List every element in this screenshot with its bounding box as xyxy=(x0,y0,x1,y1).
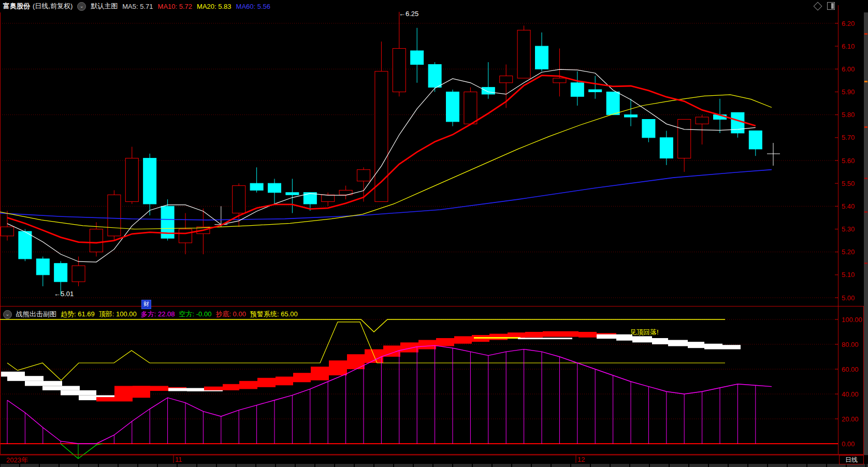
svg-text:20.00: 20.00 xyxy=(842,415,859,423)
svg-text:5.60: 5.60 xyxy=(842,157,855,165)
svg-text:5.20: 5.20 xyxy=(842,248,855,256)
svg-text:5.70: 5.70 xyxy=(842,134,855,141)
month-label-nov: 11 xyxy=(175,456,182,463)
svg-text:6.00: 6.00 xyxy=(842,65,855,73)
svg-text:5.50: 5.50 xyxy=(842,180,855,187)
svg-text:5.80: 5.80 xyxy=(842,111,855,119)
scroll-strip[interactable] xyxy=(1,464,868,467)
window-controls xyxy=(815,2,835,10)
svg-text:40.00: 40.00 xyxy=(842,390,859,398)
signal-annotation: 见顶回落! xyxy=(630,328,659,337)
indicator-title[interactable]: 战熊出击副图 xyxy=(16,310,56,319)
chart-canvas[interactable]: 6.206.106.005.905.805.705.605.505.405.30… xyxy=(0,0,868,467)
trading-app-window: 6.206.106.005.905.805.705.605.505.405.30… xyxy=(0,0,868,467)
ma5-value: MA5: 5.71 xyxy=(122,3,153,10)
month-label-dec: 12 xyxy=(577,456,585,463)
panel-layout-icon[interactable] xyxy=(827,2,835,10)
event-badge[interactable]: 财 xyxy=(141,300,151,309)
svg-text:80.00: 80.00 xyxy=(842,341,859,348)
chevron-down-icon[interactable]: ⌄ xyxy=(77,2,86,11)
period-adjust-label: (日线,前复权) xyxy=(33,2,73,11)
svg-text:60.00: 60.00 xyxy=(842,366,859,373)
svg-text:100.00: 100.00 xyxy=(842,316,862,324)
indicator-bear-value: 空方: -0.00 xyxy=(179,310,212,319)
indicator-top-value: 顶部: 100.00 xyxy=(99,310,137,319)
ma20-value: MA20: 5.83 xyxy=(197,3,232,10)
trend-ribbon xyxy=(1,331,741,402)
svg-text:5.10: 5.10 xyxy=(842,271,855,279)
svg-text:0.00: 0.00 xyxy=(842,440,855,448)
main-chart-header: 富奥股份 (日线,前复权) ⌄ 默认主图 MA5: 5.71 MA10: 5.7… xyxy=(3,0,270,12)
crosshair xyxy=(767,143,780,166)
svg-text:5.00: 5.00 xyxy=(842,294,855,302)
sub-panel-frame: 100.0080.0060.0040.0020.000.00 xyxy=(0,307,864,455)
svg-text:6.20: 6.20 xyxy=(842,20,855,27)
stock-name: 富奥股份 xyxy=(3,2,30,11)
high-price-annotation: ←6.25 xyxy=(399,10,418,18)
ma60-value: MA60: 5.56 xyxy=(236,3,271,10)
svg-text:6.10: 6.10 xyxy=(842,42,855,50)
svg-text:5.40: 5.40 xyxy=(842,202,855,210)
right-scrollbar[interactable] xyxy=(864,12,868,455)
sub-chart-header: ⌄ 战熊出击副图 趋势: 61.69 顶部: 100.00 多方: 22.08 … xyxy=(3,309,298,319)
ma10-value: MA10: 5.72 xyxy=(158,3,193,10)
chevron-down-icon[interactable]: ⌄ xyxy=(3,310,12,319)
svg-text:5.90: 5.90 xyxy=(842,88,855,96)
low-price-annotation: ←5.01 xyxy=(54,290,74,298)
indicator-alert-value: 预警系统: 65.00 xyxy=(250,310,298,319)
year-label: 2023年 xyxy=(6,456,28,465)
time-axis xyxy=(0,455,864,463)
diamond-icon[interactable] xyxy=(814,2,822,10)
period-selector[interactable]: 日线 xyxy=(839,455,864,464)
candlesticks xyxy=(1,12,762,296)
indicator-dip-value: 抄底: 0.00 xyxy=(215,310,246,319)
overlay-selector[interactable]: 默认主图 xyxy=(91,2,118,11)
indicator-bull-value: 多方: 22.08 xyxy=(141,310,175,319)
indicator-trend-value: 趋势: 61.69 xyxy=(61,310,95,319)
svg-text:5.30: 5.30 xyxy=(842,225,855,233)
